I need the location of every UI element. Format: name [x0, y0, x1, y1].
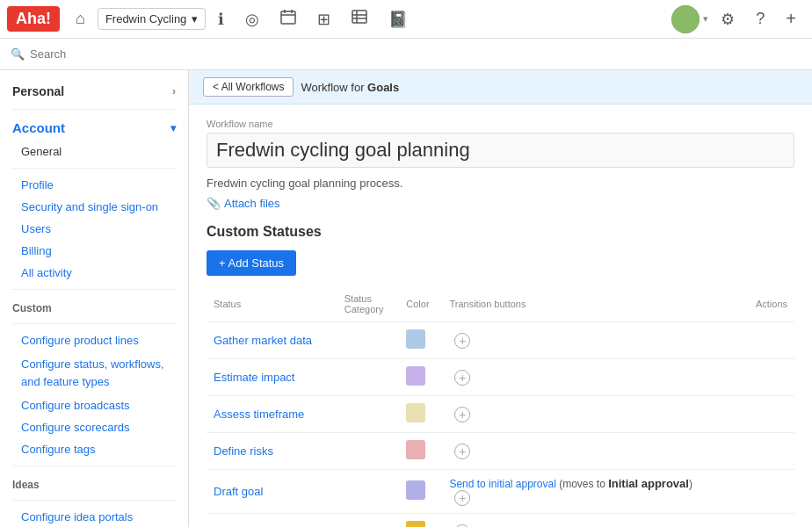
transition-text: (moves to [556, 478, 608, 490]
settings-icon-btn[interactable]: ⚙ [712, 4, 743, 34]
sidebar-divider-2 [12, 289, 176, 290]
personal-chevron: › [172, 85, 176, 97]
paperclip-icon: 📎 [207, 197, 221, 210]
target-icon-btn[interactable]: ◎ [236, 4, 268, 34]
logo-button[interactable]: Aha! [7, 6, 60, 32]
add-status-button[interactable]: + Add Status [207, 250, 296, 276]
status-name-link[interactable]: Assess timeframe [214, 408, 304, 421]
status-name-cell: Draft goal [207, 470, 337, 514]
add-transition-button[interactable]: + [454, 444, 470, 459]
sidebar-divider-5 [12, 500, 176, 501]
personal-label: Personal [12, 84, 64, 98]
grid-icon-btn[interactable]: ⊞ [308, 4, 339, 34]
table-row: Assess timeframe+ [207, 396, 794, 433]
add-transition-button[interactable]: + [454, 407, 470, 422]
attach-files-button[interactable]: 📎 Attach files [207, 197, 794, 210]
svg-rect-4 [352, 11, 366, 23]
sidebar-item-configure-broadcasts[interactable]: Configure broadcasts [0, 394, 188, 416]
status-color-cell [399, 470, 442, 514]
avatar-chevron: ▾ [703, 13, 708, 25]
status-name-link[interactable]: Gather market data [214, 334, 312, 347]
add-transition-button[interactable]: + [454, 490, 470, 506]
table-row: Gather market data+ [207, 322, 794, 359]
color-swatch[interactable] [406, 329, 425, 349]
status-name-cell: Assess timeframe [207, 396, 337, 433]
sidebar-item-security[interactable]: Security and single sign-on [0, 196, 188, 218]
color-swatch[interactable] [406, 403, 425, 422]
status-color-cell [399, 433, 442, 470]
sidebar-item-configure-product-lines[interactable]: Configure product lines [0, 329, 188, 351]
status-name-link[interactable]: Estimate impact [214, 371, 294, 384]
table-row: Draft goalSend to initial approval (move… [207, 470, 794, 514]
sidebar-item-profile[interactable]: Profile [0, 174, 188, 196]
status-name-link[interactable]: Draft goal [214, 485, 263, 498]
info-icon-btn[interactable]: ℹ [209, 4, 233, 34]
status-actions-cell [741, 359, 794, 396]
status-category-cell [337, 322, 399, 359]
status-color-cell [399, 359, 442, 396]
personal-section[interactable]: Personal › [0, 79, 188, 104]
color-swatch[interactable] [406, 521, 425, 527]
notebook-icon-btn[interactable]: 📓 [380, 4, 417, 34]
sidebar-item-general[interactable]: General [0, 141, 188, 162]
status-name-cell: Gather market data [207, 322, 337, 359]
col-transition-header: Transition buttons [442, 290, 741, 322]
status-transition-cell: + [442, 514, 741, 528]
sidebar-item-configure-idea-portals[interactable]: Configure idea portals [0, 506, 188, 527]
status-transition-cell: + [442, 322, 741, 359]
status-name-cell: Define risks [207, 433, 337, 470]
main-layout: Personal › Account ▾ General Profile Sec… [0, 70, 812, 527]
search-icon: 🔍 [11, 47, 25, 61]
attach-files-label: Attach files [224, 197, 280, 210]
col-status-header: Status [207, 290, 337, 322]
chevron-down-icon: ▾ [192, 12, 198, 25]
workflow-name-input[interactable] [207, 133, 794, 168]
list-icon-btn[interactable] [343, 4, 376, 34]
workspace-selector[interactable]: Fredwin Cycling ▾ [98, 8, 206, 30]
status-transition-cell: + [442, 396, 741, 433]
transition-link[interactable]: Send to initial approval [449, 478, 555, 490]
search-input[interactable] [30, 47, 170, 61]
status-actions-cell [741, 322, 794, 359]
sidebar-item-all-activity[interactable]: All activity [0, 262, 188, 284]
status-name-cell: Initial approval [207, 514, 337, 528]
color-swatch[interactable] [406, 440, 425, 459]
sidebar-item-users[interactable]: Users [0, 218, 188, 240]
color-swatch[interactable] [406, 480, 425, 500]
sidebar-item-configure-status[interactable]: Configure status, workflows,and feature … [0, 351, 188, 394]
sidebar-item-billing[interactable]: Billing [0, 240, 188, 262]
sidebar-item-configure-tags[interactable]: Configure tags [0, 438, 188, 460]
status-category-cell [337, 359, 399, 396]
workflow-name-label: Workflow name [207, 119, 794, 129]
add-transition-button[interactable]: + [454, 524, 470, 528]
custom-label: Custom [0, 295, 188, 318]
status-actions-cell [741, 396, 794, 433]
home-icon-btn[interactable]: ⌂ [67, 4, 94, 33]
content-area: < All Workflows Workflow for Goals Workf… [189, 70, 812, 527]
col-actions-header: Actions [741, 290, 794, 322]
color-swatch[interactable] [406, 366, 425, 386]
status-color-cell [399, 514, 442, 528]
breadcrumb-prefix: Workflow for [301, 81, 367, 94]
help-icon-btn[interactable]: ? [747, 4, 773, 33]
breadcrumb-bar: < All Workflows Workflow for Goals [189, 70, 812, 105]
add-transition-button[interactable]: + [454, 370, 470, 386]
add-icon-btn[interactable]: + [777, 4, 805, 34]
sidebar-item-configure-scorecards[interactable]: Configure scorecards [0, 416, 188, 438]
all-workflows-back-button[interactable]: < All Workflows [203, 77, 294, 97]
top-nav: Aha! ⌂ Fredwin Cycling ▾ ℹ ◎ ⊞ 📓 ▾ ⚙ ? + [0, 0, 812, 39]
status-name-link[interactable]: Define risks [214, 444, 273, 458]
add-transition-button[interactable]: + [454, 333, 470, 349]
col-color-header: Color [399, 290, 442, 322]
status-actions-cell [741, 514, 794, 528]
table-row: Initial approval+ [207, 514, 794, 528]
account-section[interactable]: Account ▾ [0, 115, 188, 141]
svg-rect-0 [281, 11, 295, 24]
calendar-icon-btn[interactable] [272, 4, 305, 34]
breadcrumb-title: Workflow for Goals [301, 81, 399, 94]
custom-statuses-title: Custom Statuses [207, 224, 794, 240]
custom-items: Configure product lines Configure status… [0, 329, 188, 460]
avatar-button[interactable] [671, 5, 700, 33]
status-category-cell [337, 470, 399, 514]
table-row: Estimate impact+ [207, 359, 794, 396]
